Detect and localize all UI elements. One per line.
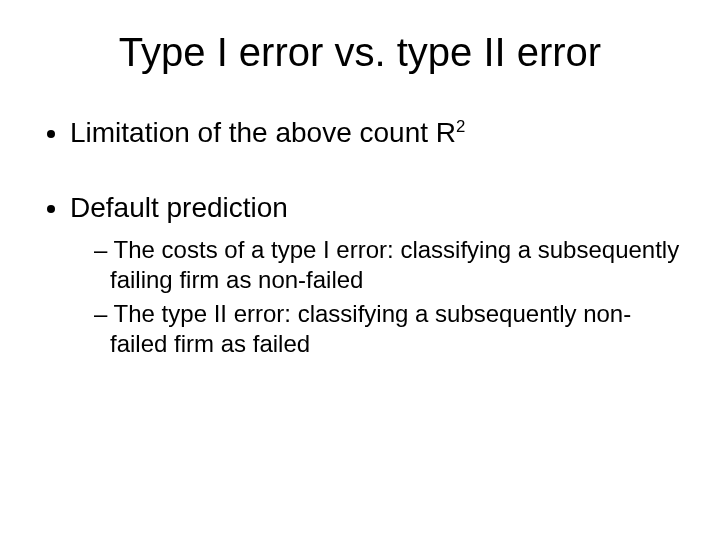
bullet-2-sub-1: The costs of a type I error: classifying… bbox=[94, 235, 680, 295]
bullet-2-sub-2: The type II error: classifying a subsequ… bbox=[94, 299, 680, 359]
bullet-list: Limitation of the above count R2 Default… bbox=[40, 115, 680, 359]
bullet-2-text: Default prediction bbox=[70, 192, 288, 223]
bullet-1: Limitation of the above count R2 bbox=[70, 115, 680, 150]
slide-title: Type I error vs. type II error bbox=[40, 30, 680, 75]
bullet-1-text: Limitation of the above count R bbox=[70, 117, 456, 148]
bullet-1-sup: 2 bbox=[456, 117, 465, 136]
slide: Type I error vs. type II error Limitatio… bbox=[0, 0, 720, 540]
bullet-2-sublist: The costs of a type I error: classifying… bbox=[70, 235, 680, 359]
bullet-2: Default prediction The costs of a type I… bbox=[70, 190, 680, 359]
